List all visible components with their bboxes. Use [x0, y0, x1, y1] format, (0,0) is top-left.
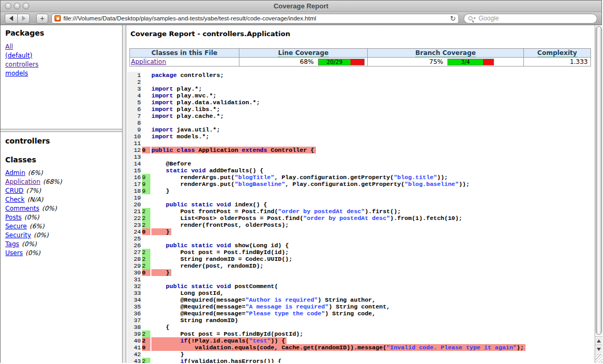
class-coverage-percent: (N/A): [27, 196, 43, 203]
code-line: 300 }: [127, 269, 525, 276]
line-coverage-bar-uncovered: [350, 59, 364, 65]
package-link[interactable]: models: [5, 70, 28, 77]
close-button[interactable]: [5, 3, 12, 9]
reload-button[interactable]: ↻: [450, 15, 456, 23]
scroll-down-button[interactable]: [595, 345, 602, 353]
hit-count: 2: [142, 222, 150, 228]
hit-count: [142, 201, 150, 208]
frame-divider-vertical[interactable]: [122, 25, 126, 363]
source-line: import models.*;: [151, 133, 525, 140]
code-line: 292 render(post, randomID);: [127, 262, 525, 269]
source-line: {: [151, 324, 525, 330]
class-link[interactable]: Tags: [5, 240, 19, 248]
line-number: 22: [127, 215, 141, 222]
line-number: 15: [127, 167, 141, 174]
code-line: 179 renderArgs.put("blogBaseline", Play.…: [127, 181, 525, 187]
package-link[interactable]: All: [5, 43, 13, 50]
scroll-up-button[interactable]: [595, 336, 602, 345]
code-line: 169 renderArgs.put("blogTitle", Play.con…: [127, 174, 525, 181]
code-line: 31: [127, 276, 525, 283]
window-controls: [5, 3, 29, 9]
scrollbar-thumb[interactable]: [596, 26, 602, 335]
minimize-button[interactable]: [14, 3, 20, 9]
code-line: 222 List<Post> olderPosts = Post.find("o…: [127, 215, 525, 222]
code-line: 282 String randomID = Codec.UUID();: [127, 256, 525, 262]
source-line: }: [151, 351, 525, 358]
back-button[interactable]: [5, 14, 17, 24]
class-link[interactable]: Posts: [5, 214, 21, 221]
class-link[interactable]: Application: [5, 178, 40, 185]
hit-count: 9: [142, 187, 150, 194]
source-line: Post post = Post.findById(postId);: [151, 330, 525, 337]
code-line: 19: [127, 194, 525, 201]
hit-count: [142, 160, 150, 167]
class-link[interactable]: Secure: [5, 223, 27, 230]
line-number: 2: [127, 79, 141, 85]
code-line: 9import java.util.*;: [127, 126, 525, 133]
hit-count: 2: [142, 330, 150, 337]
class-link[interactable]: CRUD: [5, 187, 24, 194]
code-line: 402 if(!Play.id.equals("test")) {: [127, 337, 525, 344]
line-number: 14: [127, 160, 141, 167]
zoom-button[interactable]: [23, 3, 29, 9]
search-dropdown-caret-icon[interactable]: ▾: [474, 16, 476, 20]
hit-count: 2: [142, 262, 150, 269]
source-line: [151, 276, 525, 283]
source-line: import play.mvc.*;: [151, 92, 525, 99]
code-line: 189 }: [127, 187, 525, 194]
class-link[interactable]: Comments: [5, 205, 39, 212]
hit-count: [142, 283, 150, 290]
col-header-classes: Classes in this File: [130, 49, 239, 58]
line-number: 4: [127, 92, 141, 99]
forward-icon: [22, 16, 26, 21]
vertical-scrollbar[interactable]: [595, 25, 602, 363]
class-link[interactable]: Admin: [5, 169, 25, 177]
uncovered-highlight: public class Application extends Control…: [151, 147, 316, 153]
hit-count: 0: [142, 147, 150, 153]
search-input[interactable]: ▾ Google: [464, 14, 597, 24]
code-line: 15 static void addDefaults() {: [127, 167, 525, 174]
hit-count: [142, 79, 150, 85]
code-line: 20 public static void index() {: [127, 201, 525, 208]
hit-count: [142, 310, 150, 317]
hit-count: [142, 133, 150, 140]
line-number: 9: [127, 126, 141, 133]
class-link[interactable]: Users: [5, 249, 23, 257]
uncovered-highlight: validation.equals(code, Cache.get(random…: [151, 344, 525, 351]
add-bookmark-button[interactable]: +: [36, 14, 48, 24]
hit-count: 2: [142, 337, 150, 344]
source-line: }: [151, 228, 525, 235]
code-line: 33 Long postId,: [127, 290, 525, 296]
line-number: 27: [127, 249, 141, 256]
package-link[interactable]: (default): [5, 52, 32, 59]
hit-count: 2: [142, 256, 150, 262]
source-line: [151, 119, 525, 126]
source-line: String randomID = Codec.UUID();: [151, 256, 525, 262]
line-number: 11: [127, 140, 141, 147]
code-line: 120public class Application extends Cont…: [127, 147, 525, 153]
line-number: 33: [127, 290, 141, 296]
source-line: public static void show(Long id) {: [151, 242, 525, 249]
hit-count: 2: [142, 208, 150, 215]
code-line: 410 validation.equals(code, Cache.get(ra…: [127, 344, 525, 351]
page-title: Coverage Report - controllers.Applicatio…: [130, 30, 595, 38]
line-number: 16: [127, 174, 141, 181]
source-line: render(post, randomID);: [151, 262, 525, 269]
class-link[interactable]: Security: [5, 231, 31, 239]
forward-button[interactable]: [17, 14, 30, 24]
resize-grip[interactable]: [595, 354, 602, 363]
packages-heading: Packages: [5, 29, 117, 37]
line-number: 24: [127, 228, 141, 235]
address-bar[interactable]: file:///Volumes/Data/Desktop/play/sample…: [51, 14, 459, 24]
source-line: List<Post> olderPosts = Post.find("order…: [151, 215, 525, 222]
class-link[interactable]: Check: [5, 196, 25, 203]
package-link[interactable]: controllers: [5, 61, 39, 68]
hit-count: 2: [142, 215, 150, 222]
code-line: 32 public static void postComment(: [127, 283, 525, 290]
source-line: import play.libs.*;: [151, 106, 525, 113]
class-coverage-percent: (6%): [29, 223, 44, 230]
hit-count: [142, 99, 150, 106]
code-line: 4import play.mvc.*;: [127, 92, 525, 99]
class-file-link[interactable]: Application: [131, 58, 166, 65]
source-line: Post post = Post.findById(id);: [151, 249, 525, 256]
